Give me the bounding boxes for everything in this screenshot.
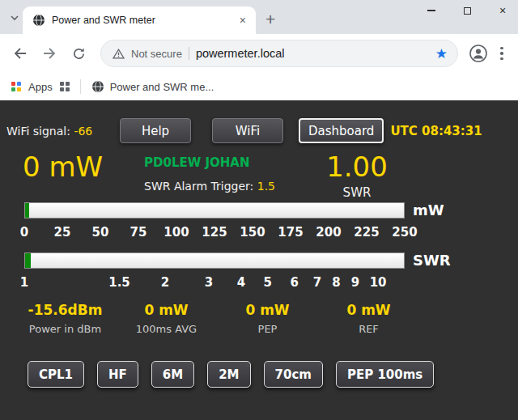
scale-tick: 175: [278, 225, 303, 240]
power-scale: 0 25 50 75 100 125 150 175 200 225 250: [24, 223, 405, 244]
address-bar[interactable]: Not secure powermeter.local ★: [100, 40, 458, 67]
power-value: 0 mW: [23, 151, 144, 183]
swr-bar-unit: SWR: [413, 252, 453, 269]
bookmark-star-icon[interactable]: ★: [435, 47, 448, 61]
readings-row: -15.6dBm Power in dBm 0 mW 100ms AVG 0 m…: [0, 302, 518, 335]
meter-header: WiFi signal: -66 Help WiFi Dashboard UTC…: [0, 118, 518, 143]
window-close-button[interactable]: ×: [497, 5, 508, 16]
reading-value: 0 mW: [217, 302, 318, 318]
swr-alarm-label: SWR Alarm Trigger:: [144, 180, 253, 193]
power-gauge-fill: [25, 203, 29, 218]
scale-tick: 100: [163, 225, 189, 240]
scale-tick: 75: [130, 225, 147, 240]
scale-tick: 2: [161, 275, 169, 290]
browser-titlebar: Power and SWR meter × + ×: [0, 0, 518, 34]
omnibox-divider: [189, 47, 189, 60]
forward-button[interactable]: [36, 40, 63, 67]
new-tab-button[interactable]: +: [265, 11, 275, 28]
browser-tab[interactable]: Power and SWR meter ×: [23, 6, 256, 34]
hf-button[interactable]: HF: [97, 361, 138, 388]
2m-button[interactable]: 2M: [207, 361, 250, 388]
dashboard-button[interactable]: Dashboard: [299, 118, 384, 143]
scale-tick: 125: [202, 225, 227, 240]
browser-toolbar: Not secure powermeter.local ★: [0, 34, 518, 73]
utc-time: UTC 08:43:31: [390, 124, 482, 138]
reading-value: 0 mW: [318, 302, 419, 318]
tab-title: Power and SWR meter: [52, 15, 230, 26]
reading-ref: 0 mW REF: [318, 302, 419, 335]
scale-tick: 250: [392, 225, 417, 240]
band-button-row: CPL1 HF 6M 2M 70cm PEP 100ms: [0, 361, 518, 388]
callsign: PD0LEW JOHAN: [144, 155, 246, 170]
wifi-signal-value: -66: [74, 125, 92, 138]
reading-avg: 0 mW 100ms AVG: [116, 302, 217, 335]
tab-search-chevron-icon[interactable]: [8, 11, 21, 24]
scale-tick: 1: [20, 275, 28, 290]
apps-label[interactable]: Apps: [28, 81, 53, 93]
site-favicon-globe-icon: [32, 14, 45, 27]
wifi-signal-label: WiFi signal:: [6, 125, 70, 138]
scale-tick: 50: [92, 225, 109, 240]
bookmarks-divider: [80, 79, 81, 94]
window-minimize-button[interactable]: [426, 5, 437, 16]
bookmark-item[interactable]: Power and SWR me...: [91, 80, 214, 93]
swr-alarm-line: SWR Alarm Trigger: 1.5: [144, 180, 246, 193]
cpl1-button[interactable]: CPL1: [28, 361, 84, 388]
wifi-button[interactable]: WiFi: [212, 118, 283, 143]
power-meter: mW 0 25 50 75 100 125 150 175 200 225 25…: [0, 202, 518, 244]
scale-tick: 5: [264, 275, 272, 290]
reading-value: -15.6dBm: [15, 302, 116, 318]
scale-tick: 225: [354, 225, 379, 240]
reload-button[interactable]: [65, 40, 92, 67]
reading-label: PEP: [217, 323, 318, 335]
security-label[interactable]: Not secure: [131, 48, 182, 60]
apps-grid-icon[interactable]: [11, 82, 21, 91]
value-row: 0 mW PD0LEW JOHAN SWR Alarm Trigger: 1.5…: [0, 151, 518, 200]
swr-meter: SWR 1 1.5 2 3 4 5 6 7 8 9 10: [0, 252, 518, 294]
scale-tick: 150: [240, 225, 265, 240]
window-controls: ×: [426, 5, 508, 16]
reading-label: 100ms AVG: [116, 323, 217, 335]
bookmark-favicon-globe-icon: [91, 80, 104, 93]
scale-tick: 0: [20, 225, 28, 240]
reading-pep: 0 mW PEP: [217, 302, 318, 335]
swr-value: 1.00: [246, 151, 468, 183]
scale-tick: 6: [290, 275, 298, 290]
swr-value-caption: SWR: [246, 185, 468, 200]
swr-gauge-bar: [24, 252, 405, 269]
power-gauge-bar: [24, 202, 405, 218]
powermeter-page: WiFi signal: -66 Help WiFi Dashboard UTC…: [0, 100, 518, 420]
help-button[interactable]: Help: [120, 118, 191, 143]
scale-tick: 9: [351, 275, 359, 290]
not-secure-warning-icon: [113, 48, 125, 60]
swr-gauge-fill: [25, 253, 31, 268]
70cm-button[interactable]: 70cm: [264, 361, 323, 388]
tab-close-icon[interactable]: ×: [236, 13, 249, 28]
scale-tick: 4: [237, 275, 245, 290]
scale-tick: 3: [205, 275, 213, 290]
pep-100ms-button[interactable]: PEP 100ms: [336, 361, 434, 388]
swr-scale: 1 1.5 2 3 4 5 6 7 8 9 10: [24, 273, 405, 294]
profile-avatar-icon[interactable]: [466, 41, 490, 66]
scale-tick: 200: [316, 225, 341, 240]
bookmarks-bar: Apps Power and SWR me...: [0, 73, 518, 100]
browser-menu-icon[interactable]: [492, 41, 512, 66]
bookmark-title: Power and SWR me...: [110, 81, 214, 93]
scale-tick: 10: [370, 275, 387, 290]
scale-tick: 7: [313, 275, 321, 290]
reading-label: Power in dBm: [15, 323, 116, 335]
reading-label: REF: [318, 323, 419, 335]
url-text[interactable]: powermeter.local: [196, 47, 429, 60]
reading-value: 0 mW: [116, 302, 217, 318]
power-bar-unit: mW: [413, 202, 453, 218]
back-button[interactable]: [6, 40, 34, 67]
scale-tick: 1.5: [108, 275, 130, 290]
scale-tick: 25: [54, 225, 71, 240]
6m-button[interactable]: 6M: [151, 361, 194, 388]
window-maximize-button[interactable]: [461, 5, 473, 16]
wifi-signal: WiFi signal: -66: [6, 125, 120, 138]
callsign-block: PD0LEW JOHAN SWR Alarm Trigger: 1.5: [144, 151, 246, 193]
bookmark-grid-icon[interactable]: [60, 82, 70, 91]
reading-dbm: -15.6dBm Power in dBm: [15, 302, 116, 335]
swr-value-block: 1.00 SWR: [246, 151, 468, 200]
